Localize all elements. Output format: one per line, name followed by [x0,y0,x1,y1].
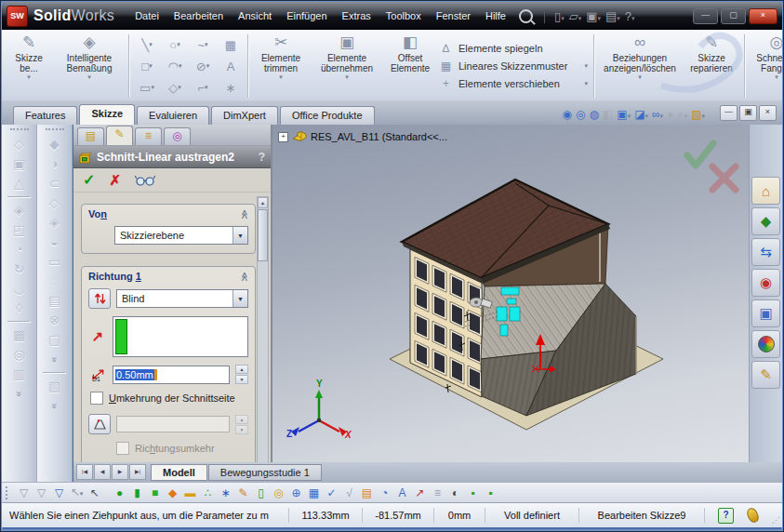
surfaces-tool-5[interactable]: ◈ [49,213,60,233]
motion-nav-1[interactable]: ◀ [94,464,111,480]
flip-side-checkbox[interactable] [90,392,103,405]
motion-nav-2[interactable]: ▶ [112,464,128,480]
ellipse[interactable]: ⊘▾ [189,56,217,77]
appearances[interactable]: ◐▾ [677,108,687,121]
filter-centerline[interactable]: ▦ [305,484,323,502]
appearances-dropdown-icon[interactable]: ▾ [684,113,688,119]
tab-evaluieren[interactable]: Evaluieren [137,106,209,125]
menu-item-6[interactable]: Fenster [429,7,478,24]
quick-tips-icon[interactable]: ? [718,508,734,524]
apply-scene[interactable]: ▨▾ [691,108,705,121]
features-tool-8[interactable]: ◡ [13,279,24,299]
arc-dropdown-icon[interactable]: ▾ [179,62,182,70]
surfaces-tool-10[interactable]: ⊗ [49,311,60,330]
ellipse-dropdown-icon[interactable]: ▾ [206,62,210,70]
display-style-dropdown-icon[interactable]: ▾ [645,113,649,119]
features-tool-6[interactable]: ◔ [15,240,22,259]
maximize-button[interactable]: ▢ [721,8,746,24]
open-document[interactable]: ▱▾ [567,9,584,23]
sketch-button[interactable]: ✎Skizze be...▾ [5,31,53,101]
filter-vertices[interactable]: ● [111,484,128,502]
point[interactable]: ∗ [217,77,245,99]
filter-blocks[interactable]: ◐ [446,484,464,502]
select-other[interactable]: ↖ [86,484,103,502]
help[interactable]: ?▾ [623,9,637,23]
new-document-dropdown-icon[interactable]: ▾ [561,15,565,21]
filter-surface-bodies[interactable]: ◆ [164,484,181,502]
trim-entities-dropdown-icon[interactable]: ▾ [279,73,283,82]
sketch-dropdown-icon[interactable]: ▾ [27,73,31,82]
draft-button[interactable] [88,414,111,434]
motion-nav-3[interactable]: ▶| [129,464,146,480]
text[interactable]: A [217,56,245,77]
surfaces-tool-1[interactable]: ◆ [49,135,60,154]
open-document-dropdown-icon[interactable]: ▾ [578,15,582,21]
doc-close-button[interactable]: × [759,105,777,121]
display-delete-relations-button[interactable]: ∞Beziehungen anzeigen/löschen▾ [598,31,682,101]
features-tool-11[interactable]: ◎ [13,345,24,365]
section-view[interactable]: ◧ [603,108,613,121]
surfaces-tool-11[interactable]: ▢ [48,330,60,350]
doc-restore-button[interactable]: ▣ [739,105,757,121]
hide-show-items[interactable]: ∞▾ [652,108,663,121]
move-entities-dropdown-icon[interactable]: ▾ [584,80,588,87]
features-tool-1[interactable]: ◇ [14,135,24,154]
view-orientation[interactable]: ▣▾ [617,108,631,121]
spin-down-button[interactable]: ▼ [235,375,248,384]
group-von-header[interactable]: Von ≫ [82,205,255,221]
dimxpertmanager-tab[interactable]: ◎ [164,127,191,145]
slot-dropdown-icon[interactable]: ▾ [151,84,154,91]
display-style[interactable]: ◪▾ [634,108,648,121]
surfaces-tool-12[interactable]: ▧ [48,377,60,396]
motion-nav-0[interactable]: |◀ [76,464,93,480]
view-palette[interactable]: ▣ [751,299,780,327]
filter-notes[interactable]: A [393,484,411,502]
apply-scene-dropdown-icon[interactable]: ▾ [701,113,705,119]
custom-properties[interactable]: ✎ [751,361,780,389]
tab-office-produkte[interactable]: Office Produkte [280,106,375,125]
appearances-scenes[interactable] [751,330,780,358]
filter-sketch[interactable]: ✎ [234,484,252,502]
close-button[interactable]: × [749,8,777,24]
zoom-to-area[interactable]: ◎ [576,108,585,121]
linear-sketch-pattern-button[interactable]: ▦Lineares Skizzenmuster▾ [436,59,591,74]
filter-clear[interactable]: ▽ [33,484,50,502]
design-library[interactable]: ◆ [751,207,780,235]
surfaces-tool-8[interactable]: ◌ [50,272,58,291]
direction-selection-listbox[interactable] [113,316,248,357]
spin-up-button[interactable]: ▲ [235,365,248,374]
zoom-to-fit[interactable]: ◉ [563,108,572,121]
more-surfaces-2[interactable]: » [45,403,64,408]
rectangle[interactable]: □▾ [133,56,161,77]
surfaces-tool-4[interactable]: ◇ [49,193,60,213]
surfaces-tool-6[interactable]: ◒ [50,233,58,252]
filter-surface-finish[interactable]: √ [340,484,358,502]
surfaces-tool-7[interactable]: ▭ [48,252,60,272]
features-tool-2[interactable]: ▣ [13,154,25,174]
propertymanager-tab[interactable]: ✎ [106,126,133,145]
detailed-preview-icon[interactable] [135,174,155,186]
menu-item-7[interactable]: Hilfe [478,7,513,24]
filter-hatch[interactable]: ≡ [429,484,446,502]
search-icon[interactable] [519,9,533,23]
resize-grip[interactable]: ⋰ [772,515,779,525]
more-surfaces-1[interactable]: » [45,356,64,362]
menu-item-3[interactable]: Einfügen [279,7,334,24]
trim-entities-button[interactable]: ✂Elemente trimmen▾ [252,31,310,101]
print-document-dropdown-icon[interactable]: ▾ [617,15,620,21]
surfaces-tool-9[interactable]: ▤ [48,291,60,311]
filter-routing-points[interactable]: ▪ [482,484,499,502]
display-delete-relations-dropdown-icon[interactable]: ▾ [638,73,642,82]
save-document-dropdown-icon[interactable]: ▾ [597,15,601,21]
menu-item-0[interactable]: Datei [127,7,166,24]
polygon-dropdown-icon[interactable]: ▾ [178,84,181,91]
ok-button[interactable]: ✓ [83,171,95,189]
search[interactable]: ◉ [751,269,780,297]
filter-connection-points[interactable]: ▪ [464,484,482,502]
pm-scrollbar[interactable]: ▲ ▼ [257,196,269,487]
magnifier[interactable]: ◍ [590,108,599,121]
filter-geotol[interactable]: ◔ [376,484,393,502]
filter-dimensions[interactable]: ✓ [323,484,340,502]
polygon[interactable]: ◇▾ [161,77,189,99]
features-tool-9[interactable]: ◊ [16,299,22,318]
